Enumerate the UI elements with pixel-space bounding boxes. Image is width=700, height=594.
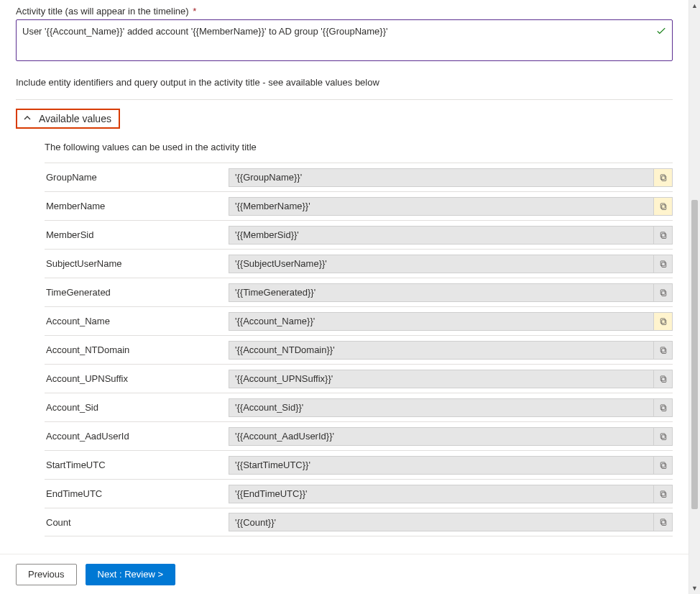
available-values-list: GroupName'{{GroupName}}'MemberName'{{Mem… xyxy=(45,163,673,536)
value-row: Account_UPNSuffix'{{Account_UPNSuffix}}' xyxy=(45,364,673,393)
svg-rect-11 xyxy=(660,318,665,323)
activity-title-label: Activity title (as will appear in the ti… xyxy=(16,6,673,17)
value-label: MemberSid xyxy=(45,222,229,247)
value-token[interactable]: '{{GroupName}}' xyxy=(229,168,673,187)
svg-rect-1 xyxy=(660,174,665,179)
value-row: GroupName'{{GroupName}}' xyxy=(45,163,673,191)
svg-rect-5 xyxy=(660,232,665,237)
svg-rect-3 xyxy=(660,203,665,208)
value-label: StartTimeUTC xyxy=(45,452,229,478)
copy-icon[interactable] xyxy=(653,370,672,388)
copy-icon[interactable] xyxy=(653,342,672,359)
value-token-text: '{{StartTimeUTC}}' xyxy=(235,460,310,470)
value-token[interactable]: '{{MemberName}}' xyxy=(229,197,673,216)
previous-button[interactable]: Previous xyxy=(16,564,77,585)
value-token[interactable]: '{{Account_Name}}' xyxy=(229,312,673,331)
svg-rect-18 xyxy=(661,434,666,439)
value-token-text: '{{SubjectUserName}}' xyxy=(235,258,327,269)
svg-rect-15 xyxy=(660,375,665,380)
value-label: Account_Name xyxy=(45,309,229,334)
activity-title-label-text: Activity title (as will appear in the ti… xyxy=(16,6,189,17)
value-row: StartTimeUTC'{{StartTimeUTC}}' xyxy=(45,450,673,479)
copy-icon[interactable] xyxy=(653,198,672,215)
copy-icon[interactable] xyxy=(653,457,672,474)
value-token[interactable]: '{{Account_AadUserId}}' xyxy=(229,427,673,446)
value-token[interactable]: '{{EndTimeUTC}}' xyxy=(229,485,673,503)
valid-check-icon xyxy=(656,26,666,38)
value-token-text: '{{EndTimeUTC}}' xyxy=(235,488,308,499)
svg-rect-23 xyxy=(660,490,665,495)
value-row: Account_AadUserId'{{Account_AadUserId}}' xyxy=(45,421,673,450)
copy-icon[interactable] xyxy=(653,255,672,273)
copy-icon[interactable] xyxy=(653,227,672,244)
value-row: Account_Name'{{Account_Name}}' xyxy=(45,306,673,335)
available-values-toggle[interactable]: Available values xyxy=(16,109,120,129)
value-label: Account_NTDomain xyxy=(45,337,229,362)
svg-rect-4 xyxy=(661,233,666,238)
value-row: Count'{{Count}}' xyxy=(45,508,673,536)
svg-rect-24 xyxy=(661,521,666,526)
value-token[interactable]: '{{StartTimeUTC}}' xyxy=(229,456,673,475)
value-row: Account_NTDomain'{{Account_NTDomain}}' xyxy=(45,335,673,364)
svg-rect-9 xyxy=(660,289,665,294)
value-row: MemberName'{{MemberName}}' xyxy=(45,191,673,220)
svg-rect-20 xyxy=(661,463,666,468)
activity-title-input[interactable]: User '{{Account_Name}}' added account '{… xyxy=(16,19,673,61)
value-token[interactable]: '{{SubjectUserName}}' xyxy=(229,255,673,273)
svg-rect-25 xyxy=(660,519,665,524)
svg-rect-2 xyxy=(661,204,666,209)
svg-rect-7 xyxy=(660,260,665,265)
next-review-button-label: Next : Review > xyxy=(98,569,163,580)
value-label: GroupName xyxy=(45,165,229,190)
value-label: Count xyxy=(45,510,229,535)
copy-icon[interactable] xyxy=(653,428,672,445)
value-token-text: '{{Account_Name}}' xyxy=(235,316,315,326)
value-token[interactable]: '{{Account_UPNSuffix}}' xyxy=(229,370,673,388)
required-mark: * xyxy=(193,6,196,17)
copy-icon[interactable] xyxy=(653,399,672,416)
svg-rect-8 xyxy=(661,291,666,296)
svg-rect-14 xyxy=(661,377,666,382)
value-label: Account_Sid xyxy=(45,395,229,420)
value-token[interactable]: '{{Account_NTDomain}}' xyxy=(229,341,673,360)
svg-rect-17 xyxy=(660,404,665,409)
copy-icon[interactable] xyxy=(653,284,672,301)
value-token-text: '{{Count}}' xyxy=(235,517,276,528)
value-token-text: '{{MemberName}}' xyxy=(235,201,310,211)
value-row: EndTimeUTC'{{EndTimeUTC}}' xyxy=(45,479,673,508)
activity-title-value: User '{{Account_Name}}' added account '{… xyxy=(22,26,388,37)
value-token-text: '{{TimeGenerated}}' xyxy=(235,287,316,298)
value-token[interactable]: '{{TimeGenerated}}' xyxy=(229,283,673,302)
section-divider xyxy=(16,99,673,100)
value-token[interactable]: '{{MemberSid}}' xyxy=(229,226,673,245)
copy-icon[interactable] xyxy=(653,313,672,330)
scroll-down-arrow-icon[interactable]: ▼ xyxy=(689,582,700,594)
previous-button-label: Previous xyxy=(28,569,65,580)
scroll-up-arrow-icon[interactable]: ▲ xyxy=(689,0,700,12)
svg-rect-10 xyxy=(661,319,666,324)
value-token-text: '{{Account_UPNSuffix}}' xyxy=(235,373,333,384)
value-label: SubjectUserName xyxy=(45,251,229,276)
svg-rect-12 xyxy=(661,348,666,353)
vertical-scrollbar[interactable]: ▲ ▼ xyxy=(689,0,700,594)
value-token-text: '{{Account_NTDomain}}' xyxy=(235,344,335,355)
value-token-text: '{{MemberSid}}' xyxy=(235,229,299,240)
value-row: MemberSid'{{MemberSid}}' xyxy=(45,220,673,249)
next-review-button[interactable]: Next : Review > xyxy=(86,564,175,585)
copy-icon[interactable] xyxy=(653,513,672,531)
copy-icon[interactable] xyxy=(653,169,672,186)
value-row: Account_Sid'{{Account_Sid}}' xyxy=(45,393,673,421)
value-label: Account_AadUserId xyxy=(45,424,229,449)
wizard-footer: Previous Next : Review > xyxy=(0,554,689,594)
value-token[interactable]: '{{Count}}' xyxy=(229,513,673,531)
value-label: Account_UPNSuffix xyxy=(45,366,229,391)
copy-icon[interactable] xyxy=(653,485,672,503)
svg-rect-16 xyxy=(661,406,666,411)
available-values-description: The following values can be used in the … xyxy=(45,142,673,152)
value-token[interactable]: '{{Account_Sid}}' xyxy=(229,398,673,417)
value-row: TimeGenerated'{{TimeGenerated}}' xyxy=(45,278,673,306)
chevron-up-icon xyxy=(23,114,32,124)
value-token-text: '{{GroupName}}' xyxy=(235,172,302,183)
scroll-thumb[interactable] xyxy=(691,200,698,509)
value-row: SubjectUserName'{{SubjectUserName}}' xyxy=(45,249,673,278)
